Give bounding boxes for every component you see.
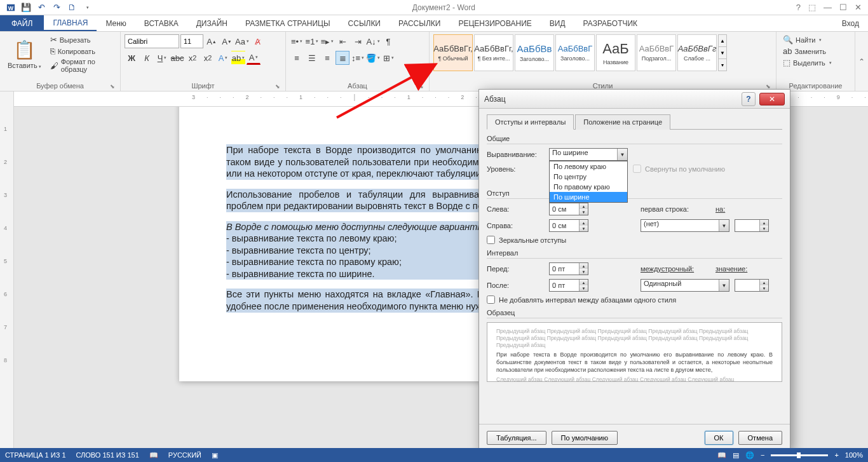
- align-option-left[interactable]: По левому краю: [550, 161, 627, 172]
- linespacing-combo[interactable]: Одинарный▼: [641, 279, 729, 292]
- style-title[interactable]: АаБНазвание: [596, 34, 635, 71]
- cut-button[interactable]: ✂Вырезать: [48, 34, 116, 45]
- view-web-icon[interactable]: 🌐: [745, 451, 754, 459]
- tab-view[interactable]: ВИД: [541, 15, 574, 31]
- subscript-icon[interactable]: x2: [186, 51, 200, 65]
- tab-home[interactable]: ГЛАВНАЯ: [44, 15, 97, 31]
- highlight-icon[interactable]: ab: [231, 51, 245, 65]
- collapse-ribbon-icon[interactable]: ⌃: [855, 32, 868, 91]
- clipboard-launcher-icon[interactable]: ⬊: [110, 83, 115, 90]
- style-heading1[interactable]: АаБбВвЗаголово...: [515, 34, 554, 71]
- bold-icon[interactable]: Ж: [125, 51, 139, 65]
- align-option-right[interactable]: По правому краю: [550, 182, 627, 192]
- mirror-checkbox[interactable]: Зеркальные отступы: [487, 236, 782, 244]
- select-button[interactable]: ⬚Выделить: [780, 57, 851, 68]
- zoom-slider[interactable]: [771, 454, 828, 456]
- status-words[interactable]: СЛОВО 151 ИЗ 151: [76, 451, 139, 459]
- redo-icon[interactable]: ↷: [50, 1, 64, 14]
- tab-developer[interactable]: РАЗРАБОТЧИК: [574, 15, 647, 31]
- font-color-icon[interactable]: A: [247, 51, 261, 65]
- style-subtle[interactable]: АаБбВвГгСлабое ...: [677, 34, 717, 71]
- tab-references[interactable]: ССЫЛКИ: [339, 15, 390, 31]
- tab-insert[interactable]: ВСТАВКА: [135, 15, 187, 31]
- status-proofing-icon[interactable]: 📖: [149, 451, 158, 459]
- paste-button[interactable]: 📋 Вставить: [4, 34, 45, 74]
- minimize-icon[interactable]: —: [824, 3, 832, 12]
- new-doc-icon[interactable]: 🗋: [65, 1, 79, 14]
- maximize-icon[interactable]: ☐: [839, 3, 847, 12]
- dialog-tab-position[interactable]: Положение на странице: [575, 114, 670, 130]
- tab-signin[interactable]: Вход: [833, 15, 868, 31]
- by-spinner[interactable]: ▲▼: [735, 219, 769, 232]
- alignment-combo[interactable]: По ширине ▼ По левому краю По центру По …: [549, 148, 628, 161]
- before-spinner[interactable]: 0 пт▲▼: [549, 262, 588, 275]
- view-print-icon[interactable]: ▤: [733, 451, 739, 459]
- undo-icon[interactable]: ↶: [34, 1, 48, 14]
- help-icon[interactable]: ?: [796, 3, 801, 12]
- gallery-up-icon[interactable]: ▲: [719, 35, 726, 46]
- no-space-samestyle-checkbox[interactable]: Не добавлять интервал между абзацами одн…: [487, 296, 782, 304]
- vertical-ruler[interactable]: 12345678: [0, 107, 14, 448]
- font-size-combo[interactable]: [180, 34, 203, 48]
- numbering-icon[interactable]: ≡1: [305, 34, 319, 48]
- align-left-icon[interactable]: ≡: [290, 51, 304, 65]
- align-option-justify[interactable]: По ширине: [550, 192, 627, 202]
- ribbon-display-icon[interactable]: ⬚: [808, 3, 816, 12]
- font-launcher-icon[interactable]: ⬊: [275, 83, 280, 90]
- dialog-tab-indents[interactable]: Отступы и интервалы: [487, 114, 574, 130]
- style-heading2[interactable]: АаБбВвГЗаголово...: [555, 34, 595, 71]
- qat-customize[interactable]: [80, 1, 94, 14]
- gallery-more-icon[interactable]: ▾: [719, 58, 726, 71]
- show-marks-icon[interactable]: ¶: [381, 34, 395, 48]
- word-icon[interactable]: W: [4, 1, 18, 14]
- align-right-icon[interactable]: ≡: [320, 51, 334, 65]
- replace-button[interactable]: abЗаменить: [780, 46, 851, 57]
- zoom-out-icon[interactable]: −: [761, 451, 764, 459]
- line-spacing-icon[interactable]: ↕≡: [351, 51, 365, 65]
- tab-review[interactable]: РЕЦЕНЗИРОВАНИЕ: [449, 15, 540, 31]
- superscript-icon[interactable]: x2: [201, 51, 215, 65]
- close-icon[interactable]: ✕: [855, 3, 862, 12]
- indent-dec-icon[interactable]: ⇤: [336, 34, 349, 48]
- shading-icon[interactable]: 🪣: [366, 51, 380, 65]
- strike-icon[interactable]: abc: [170, 51, 184, 65]
- grow-font-icon[interactable]: A▲: [205, 34, 219, 48]
- underline-icon[interactable]: Ч: [155, 51, 169, 65]
- tab-mailings[interactable]: РАССЫЛКИ: [390, 15, 449, 31]
- clear-format-icon[interactable]: A̷: [250, 34, 264, 48]
- font-name-combo[interactable]: [125, 34, 179, 48]
- style-normal[interactable]: АаБбВвГг,¶ Обычный: [433, 34, 473, 71]
- status-macro-icon[interactable]: ▣: [212, 451, 218, 459]
- ok-button[interactable]: ОК: [705, 431, 733, 445]
- borders-icon[interactable]: ⊞: [381, 51, 395, 65]
- indent-right-spinner[interactable]: 0 см▲▼: [549, 219, 588, 232]
- tab-layout[interactable]: РАЗМЕТКА СТРАНИЦЫ: [236, 15, 339, 31]
- format-painter-button[interactable]: 🖌Формат по образцу: [48, 57, 116, 74]
- align-center-icon[interactable]: ☰: [305, 51, 319, 65]
- paragraph-launcher-icon[interactable]: ⬊: [419, 83, 424, 90]
- status-page[interactable]: СТРАНИЦА 1 ИЗ 1: [5, 451, 66, 459]
- tab-menu[interactable]: Меню: [97, 15, 135, 31]
- find-button[interactable]: 🔍Найти: [780, 34, 851, 45]
- change-case-icon[interactable]: Aa: [235, 34, 249, 48]
- cancel-button[interactable]: Отмена: [738, 431, 782, 445]
- justify-icon[interactable]: ≣: [336, 51, 349, 65]
- chevron-down-icon[interactable]: ▼: [617, 149, 627, 160]
- tabs-button[interactable]: Табуляция...: [487, 431, 546, 445]
- style-no-spacing[interactable]: АаБбВвГг,¶ Без инте...: [474, 34, 513, 71]
- style-subtitle[interactable]: АаБбВвГПодзагол...: [637, 34, 676, 71]
- align-option-center[interactable]: По центру: [550, 172, 627, 182]
- firstline-combo[interactable]: (нет)▼: [641, 219, 729, 232]
- multilevel-icon[interactable]: ≡▸: [320, 34, 334, 48]
- save-icon[interactable]: 💾: [19, 1, 33, 14]
- view-read-icon[interactable]: 📖: [717, 451, 726, 459]
- default-button[interactable]: По умолчанию: [552, 431, 618, 445]
- value-spinner[interactable]: ▲▼: [735, 279, 769, 292]
- tab-file[interactable]: ФАЙЛ: [0, 15, 44, 31]
- bullets-icon[interactable]: ≡•: [290, 34, 304, 48]
- italic-icon[interactable]: К: [140, 51, 154, 65]
- copy-button[interactable]: ⎘Копировать: [48, 46, 116, 57]
- shrink-font-icon[interactable]: A▼: [220, 34, 234, 48]
- status-language[interactable]: РУССКИЙ: [168, 451, 201, 459]
- gallery-down-icon[interactable]: ▼: [719, 46, 726, 58]
